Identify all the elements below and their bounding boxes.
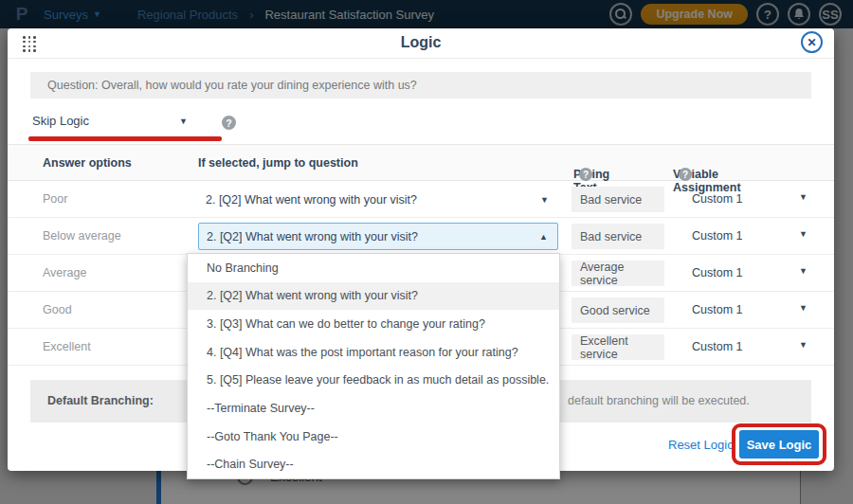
table-row: Poor 2. [Q2] What went wrong with your v… (8, 181, 834, 218)
modal-header: Logic ✕ (8, 28, 834, 59)
chevron-up-icon: ▲ (539, 232, 548, 242)
piping-help-icon[interactable]: ? (579, 168, 592, 181)
dropdown-option[interactable]: No Branching (188, 254, 559, 282)
piping-text-input[interactable]: Bad service (572, 187, 664, 212)
save-logic-button[interactable]: Save Logic (739, 430, 819, 459)
answer-option-label: Below average (43, 229, 121, 243)
variable-select[interactable]: Custom 1 ▼ (692, 266, 808, 279)
col-answer-options: Answer options (43, 156, 132, 170)
dropdown-option[interactable]: --Terminate Survey-- (188, 394, 559, 423)
chevron-down-icon: ▼ (799, 192, 808, 206)
jump-question-dropdown: No Branching 2. [Q2] What went wrong wit… (187, 253, 560, 479)
variable-select[interactable]: Custom 1 ▼ (692, 229, 808, 243)
chevron-down-icon: ▼ (540, 195, 549, 205)
logic-type-value: Skip Logic (32, 114, 89, 128)
answer-option-label: Excellent (43, 340, 91, 353)
piping-text-input[interactable]: Excellent service (572, 334, 664, 360)
chevron-down-icon: ▼ (799, 229, 808, 243)
table-header: Answer options If selected, jump to ques… (8, 145, 834, 181)
answer-option-label: Good (43, 303, 72, 316)
col-jump-question: If selected, jump to question (198, 156, 358, 170)
logic-type-select[interactable]: Skip Logic ▼ (30, 112, 193, 134)
logic-modal: Logic ✕ Question: Overall, how would you… (8, 28, 834, 471)
dropdown-option[interactable]: 5. [Q5] Please leave your feedback in as… (188, 367, 559, 395)
logic-type-row: Skip Logic ▼ ? (30, 112, 236, 134)
chevron-down-icon: ▼ (799, 303, 808, 316)
variable-help-icon[interactable]: ? (679, 168, 692, 181)
question-bar: Question: Overall, how would you rate yo… (30, 72, 811, 99)
page: P Surveys ▼ Regional Products › Restaura… (0, 0, 853, 504)
logic-help-icon[interactable]: ? (222, 116, 236, 130)
piping-text-input[interactable]: Good service (572, 297, 664, 323)
default-branching-note: default branching will be executed. (568, 394, 750, 407)
dropdown-option[interactable]: 4. [Q4] What was the post important reas… (188, 338, 559, 367)
skip-logic-annotation (28, 136, 222, 141)
close-button[interactable]: ✕ (801, 31, 823, 53)
modal-title: Logic (8, 34, 834, 51)
chevron-down-icon: ▼ (799, 340, 808, 353)
dropdown-option-selected[interactable]: 2. [Q2] What went wrong with your visit? (188, 282, 559, 311)
table-row: Below average 2. [Q2] What went wrong wi… (8, 218, 834, 255)
jump-question-select-open[interactable]: 2. [Q2] What went wrong with your visit?… (198, 223, 558, 250)
piping-text-input[interactable]: Average service (572, 261, 664, 286)
dropdown-option[interactable]: 3. [Q3] What can we do better to change … (188, 310, 559, 338)
variable-select[interactable]: Custom 1 ▼ (692, 303, 808, 316)
answer-option-label: Poor (43, 192, 67, 206)
answer-option-label: Average (43, 266, 86, 279)
default-branching-label: Default Branching: (47, 394, 154, 407)
dropdown-option[interactable]: --Goto Thank You Page-- (188, 423, 559, 451)
jump-question-select[interactable]: 2. [Q2] What went wrong with your visit?… (198, 186, 558, 213)
close-icon: ✕ (807, 36, 816, 49)
chevron-down-icon: ▼ (179, 117, 188, 126)
variable-select[interactable]: Custom 1 ▼ (692, 192, 808, 206)
dropdown-option[interactable]: --Chain Survey-- (188, 450, 559, 478)
variable-select[interactable]: Custom 1 ▼ (692, 340, 808, 353)
chevron-down-icon: ▼ (799, 266, 808, 279)
reset-logic-link[interactable]: Reset Logic (668, 438, 734, 452)
piping-text-input[interactable]: Bad service (572, 224, 664, 249)
